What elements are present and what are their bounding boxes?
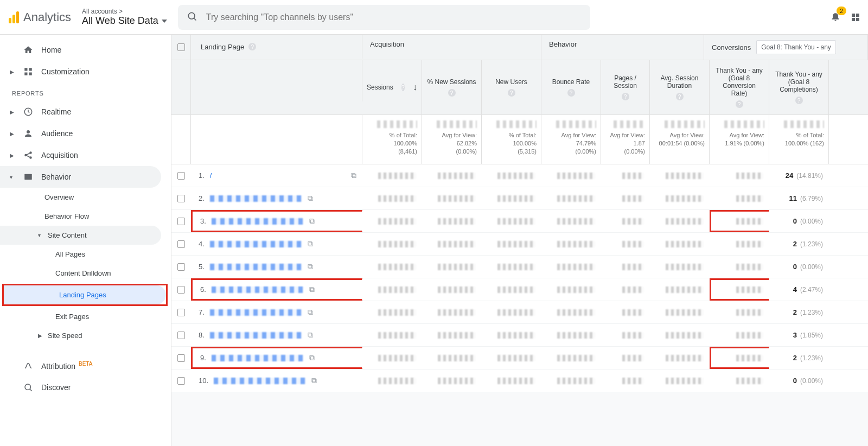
help-icon[interactable]: ? <box>508 89 515 97</box>
row-checkbox[interactable] <box>177 354 185 362</box>
external-link-icon[interactable]: ⧉ <box>308 330 313 340</box>
col-new-users[interactable]: New Users? <box>482 60 541 114</box>
help-icon[interactable]: ? <box>567 89 575 97</box>
row-checkbox[interactable] <box>177 195 185 202</box>
dimension-header: Landing Page <box>201 43 244 51</box>
col-bounce-rate[interactable]: Bounce Rate? <box>541 60 601 114</box>
cell-sessions <box>362 324 422 346</box>
nav-content-drilldown[interactable]: Content Drilldown <box>0 264 161 283</box>
col-goal-rate[interactable]: Thank You - any (Goal 8 Conversion Rate)… <box>710 60 769 114</box>
col-pages-per-session[interactable]: Pages / Session? <box>601 60 650 114</box>
external-link-icon[interactable]: ⧉ <box>309 285 315 294</box>
nav-home[interactable]: Home <box>0 39 171 61</box>
cell-pct-new <box>422 210 482 232</box>
col-goal-completions[interactable]: Thank You - any (Goal 8 Completions)? <box>769 60 829 114</box>
cell-bounce <box>541 210 601 232</box>
cell-new-users <box>482 256 541 278</box>
nav-site-content[interactable]: ▾ Site Content <box>0 226 161 245</box>
apps-grid-icon[interactable] <box>852 14 859 21</box>
external-link-icon[interactable]: ⧉ <box>311 376 317 385</box>
cell-sessions <box>362 256 422 278</box>
chevron-right-icon: ▶ <box>38 333 43 339</box>
clock-icon <box>23 106 34 117</box>
row-number: 2. <box>199 194 205 202</box>
cell-new-users <box>482 278 541 301</box>
landing-page-path[interactable]: / <box>210 171 346 180</box>
arrow-down-icon: ↓ <box>413 82 417 92</box>
external-link-icon[interactable]: ⧉ <box>351 171 356 180</box>
row-checkbox[interactable] <box>177 263 185 271</box>
row-checkbox[interactable] <box>177 218 185 225</box>
cell-new-users <box>482 210 541 232</box>
help-icon[interactable]: ? <box>676 93 684 100</box>
external-link-icon[interactable]: ⧉ <box>308 194 313 203</box>
row-checkbox[interactable] <box>177 309 185 316</box>
row-number: 6. <box>200 285 206 294</box>
table-summary-row: % of Total:100.00%(8,461) Avg for View:6… <box>171 115 868 164</box>
external-link-icon[interactable]: ⧉ <box>309 353 315 362</box>
nav-behavior-flow[interactable]: Behavior Flow <box>0 207 171 226</box>
account-view-name[interactable]: All Web Site Data <box>82 15 167 27</box>
cell-bounce <box>541 324 601 346</box>
row-checkbox[interactable] <box>177 286 185 294</box>
row-checkbox[interactable] <box>177 240 185 248</box>
help-icon[interactable]: ? <box>736 100 743 108</box>
cell-bounce <box>541 369 601 392</box>
goal-selector[interactable]: Goal 8: Thank You - any <box>756 40 836 54</box>
cell-goal-completions: 24 (14.81%) <box>769 164 829 187</box>
cell-pps <box>601 347 650 369</box>
row-checkbox[interactable] <box>177 172 185 180</box>
cell-asd <box>650 233 710 255</box>
nav-behavior[interactable]: ▾ Behavior <box>0 166 161 188</box>
search-input[interactable] <box>206 12 582 22</box>
help-icon[interactable]: ? <box>622 93 629 100</box>
attribution-icon <box>23 360 34 371</box>
help-icon[interactable]: ? <box>248 43 256 50</box>
help-icon[interactable]: ? <box>448 89 456 97</box>
col-pct-new-sessions[interactable]: % New Sessions? <box>422 60 482 114</box>
group-conversions: Conversions Goal 8: Thank You - any <box>704 35 868 60</box>
table-row: 8. ⧉ 3 (1.85%) <box>171 324 868 347</box>
help-icon[interactable]: ? <box>401 84 405 91</box>
landing-page-cell: 2. ⧉ <box>191 187 362 209</box>
table-header-groups: Landing Page ? Acquisition Behavior Conv… <box>171 35 868 60</box>
cell-asd <box>650 347 710 369</box>
cell-new-users <box>482 369 541 392</box>
row-checkbox[interactable] <box>177 377 185 385</box>
col-avg-session-duration[interactable]: Avg. Session Duration? <box>650 60 710 114</box>
nav-exit-pages[interactable]: Exit Pages <box>0 307 161 326</box>
nav-acquisition[interactable]: ▶ Acquisition <box>0 144 171 166</box>
nav-site-speed[interactable]: ▶ Site Speed <box>0 326 161 345</box>
notifications-button[interactable]: 2 <box>830 11 841 23</box>
account-picker[interactable]: All accounts > All Web Site Data <box>82 8 167 27</box>
nav-customization[interactable]: ▶ Customization <box>0 61 171 82</box>
search-box[interactable] <box>178 5 590 30</box>
external-link-icon[interactable]: ⧉ <box>309 216 315 226</box>
logo[interactable]: Analytics <box>9 10 71 24</box>
select-all-checkbox[interactable] <box>177 43 185 51</box>
svg-rect-2 <box>24 68 27 71</box>
cell-goal-completions: 2 (1.23%) <box>769 233 829 255</box>
table-row: 10. ⧉ 0 (0.00%) <box>171 369 868 392</box>
nav-audience[interactable]: ▶ Audience <box>0 123 171 144</box>
landing-page-cell: 8. ⧉ <box>191 324 362 346</box>
cell-pct-new <box>422 347 482 369</box>
nav-behavior-overview[interactable]: Overview <box>0 188 171 207</box>
nav-landing-pages[interactable]: Landing Pages <box>4 285 166 304</box>
cell-sessions <box>362 210 422 232</box>
help-icon[interactable]: ? <box>795 97 803 104</box>
external-link-icon[interactable]: ⧉ <box>308 239 313 249</box>
external-link-icon[interactable]: ⧉ <box>308 308 313 317</box>
nav-attribution[interactable]: AttributionBETA <box>0 355 171 377</box>
nav-all-pages[interactable]: All Pages <box>0 245 161 264</box>
cell-pps <box>601 324 650 346</box>
nav-discover[interactable]: Discover <box>0 377 171 398</box>
col-sessions[interactable]: Sessions ? ↓ <box>362 60 422 114</box>
cell-new-users <box>482 301 541 323</box>
external-link-icon[interactable]: ⧉ <box>308 262 313 271</box>
landing-page-cell: 4. ⧉ <box>191 233 362 255</box>
row-checkbox[interactable] <box>177 332 185 339</box>
discover-icon <box>23 382 34 393</box>
nav-realtime[interactable]: ▶ Realtime <box>0 101 171 123</box>
svg-rect-5 <box>29 73 32 75</box>
